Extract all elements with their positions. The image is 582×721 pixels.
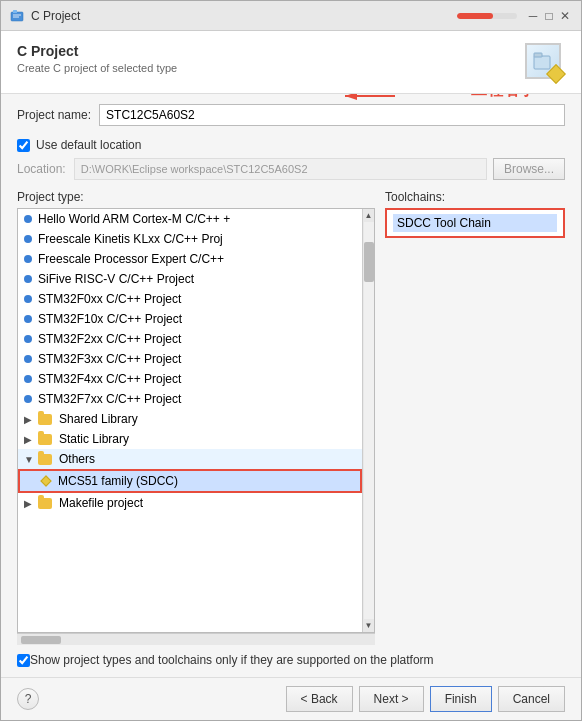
list-item[interactable]: Freescale Processor Expert C/C++ xyxy=(18,249,362,269)
location-input[interactable] xyxy=(74,158,487,180)
location-label: Location: xyxy=(17,162,66,176)
project-type-list-content: Hello World ARM Cortex-M C/C++ + Freesca… xyxy=(18,209,362,632)
back-button[interactable]: < Back xyxy=(286,686,353,712)
bullet-icon xyxy=(24,235,32,243)
columns-container: Project type: Hello World ARM Cortex-M C… xyxy=(17,190,565,645)
tree-item-makefile[interactable]: ▶ Makefile project xyxy=(18,493,362,513)
finish-button[interactable]: Finish xyxy=(430,686,492,712)
folder-icon xyxy=(38,434,52,445)
browse-button[interactable]: Browse... xyxy=(493,158,565,180)
maximize-button[interactable]: □ xyxy=(541,8,557,24)
header-icon-image xyxy=(525,43,561,79)
tree-item-shared-library[interactable]: ▶ Shared Library xyxy=(18,409,362,429)
bottom-checkbox-row: Show project types and toolchains only i… xyxy=(17,653,565,667)
use-default-location-checkbox[interactable] xyxy=(17,139,30,152)
horiz-scroll-thumb[interactable] xyxy=(21,636,61,644)
project-name-input[interactable] xyxy=(99,104,565,126)
tree-item-static-library[interactable]: ▶ Static Library xyxy=(18,429,362,449)
show-supported-label[interactable]: Show project types and toolchains only i… xyxy=(30,653,434,667)
window-icon xyxy=(9,8,25,24)
list-item[interactable]: STM32F0xx C/C++ Project xyxy=(18,289,362,309)
main-window: C Project ─ □ ✕ C Project Create C proje… xyxy=(0,0,582,721)
bullet-icon xyxy=(24,215,32,223)
list-item[interactable]: Hello World ARM Cortex-M C/C++ + xyxy=(18,209,362,229)
list-item[interactable]: STM32F7xx C/C++ Project xyxy=(18,389,362,409)
project-name-row: Project name: xyxy=(17,104,565,126)
show-supported-checkbox[interactable] xyxy=(17,654,30,667)
scroll-up-button[interactable]: ▲ xyxy=(365,209,373,222)
bullet-icon xyxy=(24,375,32,383)
list-item[interactable]: STM32F2xx C/C++ Project xyxy=(18,329,362,349)
chevron-right-icon: ▶ xyxy=(24,434,34,445)
toolchain-item-sdcc[interactable]: SDCC Tool Chain xyxy=(393,214,557,232)
diamond-icon xyxy=(40,475,51,486)
scroll-down-button[interactable]: ▼ xyxy=(365,619,373,632)
use-default-location-label[interactable]: Use default location xyxy=(36,138,141,152)
tree-item-others[interactable]: ▼ Others xyxy=(18,449,362,469)
project-type-header: Project type: xyxy=(17,190,375,204)
svg-rect-1 xyxy=(13,10,17,13)
annotation-text: 工程名字 xyxy=(471,94,535,101)
svg-rect-0 xyxy=(11,12,23,21)
bullet-icon xyxy=(24,295,32,303)
list-item[interactable]: STM32F4xx C/C++ Project xyxy=(18,369,362,389)
vertical-scrollbar[interactable]: ▲ ▼ xyxy=(362,209,374,632)
bullet-icon xyxy=(24,355,32,363)
scroll-track xyxy=(364,222,374,619)
dialog-body: 工程名字 Project name: Use default location … xyxy=(1,94,581,677)
horizontal-scrollbar[interactable] xyxy=(17,633,375,645)
svg-rect-5 xyxy=(534,53,542,57)
toolchains-list: SDCC Tool Chain xyxy=(385,208,565,238)
bullet-icon xyxy=(24,395,32,403)
dialog-footer: ? < Back Next > Finish Cancel xyxy=(1,677,581,720)
bullet-icon xyxy=(24,255,32,263)
dialog-title: C Project xyxy=(17,43,525,59)
location-row: Location: Browse... xyxy=(17,158,565,180)
footer-right: < Back Next > Finish Cancel xyxy=(286,686,565,712)
scroll-thumb[interactable] xyxy=(364,242,374,282)
folder-icon xyxy=(38,414,52,425)
title-bar: C Project ─ □ ✕ xyxy=(1,1,581,31)
bullet-icon xyxy=(24,275,32,283)
cancel-button[interactable]: Cancel xyxy=(498,686,565,712)
chevron-right-icon: ▶ xyxy=(24,414,34,425)
chevron-down-icon: ▼ xyxy=(24,454,34,465)
dialog-subtitle: Create C project of selected type xyxy=(17,62,525,74)
next-button[interactable]: Next > xyxy=(359,686,424,712)
default-location-row: Use default location xyxy=(17,138,565,152)
toolchains-header: Toolchains: xyxy=(385,190,565,204)
project-name-label: Project name: xyxy=(17,108,91,122)
bullet-icon xyxy=(24,315,32,323)
project-type-list: Hello World ARM Cortex-M C/C++ + Freesca… xyxy=(17,208,375,633)
title-bar-text: C Project xyxy=(31,9,457,23)
folder-icon xyxy=(38,454,52,465)
list-item[interactable]: STM32F10x C/C++ Project xyxy=(18,309,362,329)
list-item[interactable]: SiFive RISC-V C/C++ Project xyxy=(18,269,362,289)
footer-left: ? xyxy=(17,688,39,710)
progress-bar xyxy=(457,13,517,19)
dialog-header: C Project Create C project of selected t… xyxy=(1,31,581,94)
folder-icon xyxy=(38,498,52,509)
project-type-column: Project type: Hello World ARM Cortex-M C… xyxy=(17,190,375,645)
toolchains-column: Toolchains: SDCC Tool Chain xyxy=(385,190,565,645)
dialog-header-icon xyxy=(525,43,565,83)
close-button[interactable]: ✕ xyxy=(557,8,573,24)
help-button[interactable]: ? xyxy=(17,688,39,710)
list-item-mcs51[interactable]: MCS51 family (SDCC) xyxy=(18,469,362,493)
svg-rect-4 xyxy=(534,56,550,69)
annotation-arrow xyxy=(340,94,400,106)
list-item[interactable]: STM32F3xx C/C++ Project xyxy=(18,349,362,369)
chevron-right-icon: ▶ xyxy=(24,498,34,509)
minimize-button[interactable]: ─ xyxy=(525,8,541,24)
bullet-icon xyxy=(24,335,32,343)
dialog-header-left: C Project Create C project of selected t… xyxy=(17,43,525,74)
list-item[interactable]: Freescale Kinetis KLxx C/C++ Proj xyxy=(18,229,362,249)
